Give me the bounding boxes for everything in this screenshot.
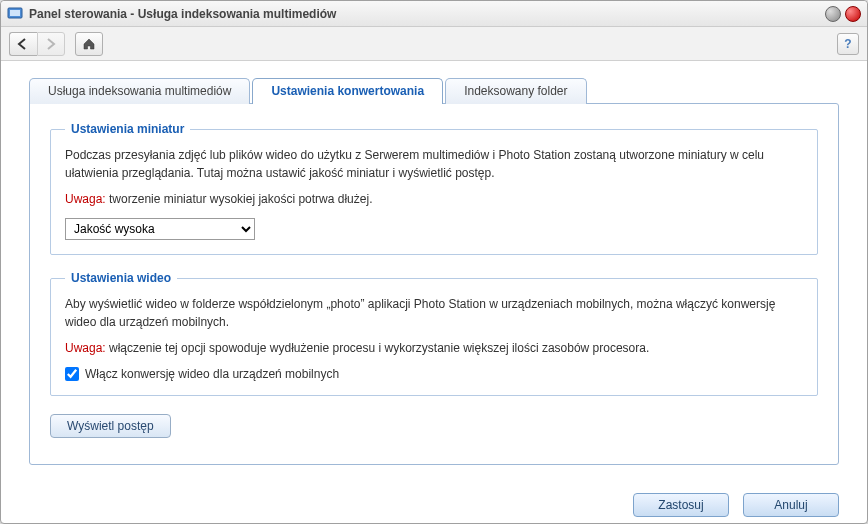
button-label: Zastosuj [658,498,703,512]
content-area: Usługa indeksowania multimediów Ustawien… [1,61,867,479]
tab-indexing-service[interactable]: Usługa indeksowania multimediów [29,78,250,104]
video-warning: Uwaga: włączenie tej opcji spowoduje wyd… [65,339,803,357]
tab-label: Indeksowany folder [464,84,567,98]
tab-conversion-settings[interactable]: Ustawienia konwertowania [252,78,443,104]
video-settings-group: Ustawienia wideo Aby wyświetlić wideo w … [50,271,818,396]
action-bar: Zastosuj Anuluj [1,479,867,523]
thumbnail-settings-group: Ustawienia miniatur Podczas przesyłania … [50,122,818,255]
help-icon: ? [844,37,851,51]
app-icon [7,6,23,22]
titlebar: Panel sterowania - Usługa indeksowania m… [1,1,867,27]
window-title: Panel sterowania - Usługa indeksowania m… [29,7,821,21]
apply-button[interactable]: Zastosuj [633,493,729,517]
video-legend: Ustawienia wideo [65,271,177,285]
warning-label: Uwaga: [65,341,106,355]
tab-page: Ustawienia miniatur Podczas przesyłania … [29,103,839,465]
warning-label: Uwaga: [65,192,106,206]
warning-text: tworzenie miniatur wysokiej jakości potr… [109,192,372,206]
home-button[interactable] [75,32,103,56]
enable-video-conversion-row[interactable]: Włącz konwersję wideo dla urządzeń mobil… [65,367,803,381]
warning-text: włączenie tej opcji spowoduje wydłużenie… [109,341,649,355]
button-label: Anuluj [774,498,807,512]
show-progress-button[interactable]: Wyświetl postęp [50,414,171,438]
forward-button[interactable] [37,32,65,56]
svg-rect-1 [10,10,20,16]
checkbox-label: Włącz konwersję wideo dla urządzeń mobil… [85,367,339,381]
help-button[interactable]: ? [837,33,859,55]
tab-indexed-folder[interactable]: Indeksowany folder [445,78,586,104]
thumbnail-warning: Uwaga: tworzenie miniatur wysokiej jakoś… [65,190,803,208]
tab-label: Ustawienia konwertowania [271,84,424,98]
thumbnail-legend: Ustawienia miniatur [65,122,190,136]
minimize-button[interactable] [825,6,841,22]
close-button[interactable] [845,6,861,22]
window: Panel sterowania - Usługa indeksowania m… [0,0,868,524]
button-label: Wyświetl postęp [67,419,154,433]
tabs: Usługa indeksowania multimediów Ustawien… [29,77,839,103]
quality-select[interactable]: Jakość wysoka [65,218,255,240]
toolbar: ? [1,27,867,61]
enable-video-conversion-checkbox[interactable] [65,367,79,381]
thumbnail-description: Podczas przesyłania zdjęć lub plików wid… [65,146,803,182]
back-button[interactable] [9,32,37,56]
nav-group [9,32,65,56]
cancel-button[interactable]: Anuluj [743,493,839,517]
tab-label: Usługa indeksowania multimediów [48,84,231,98]
video-description: Aby wyświetlić wideo w folderze współdzi… [65,295,803,331]
